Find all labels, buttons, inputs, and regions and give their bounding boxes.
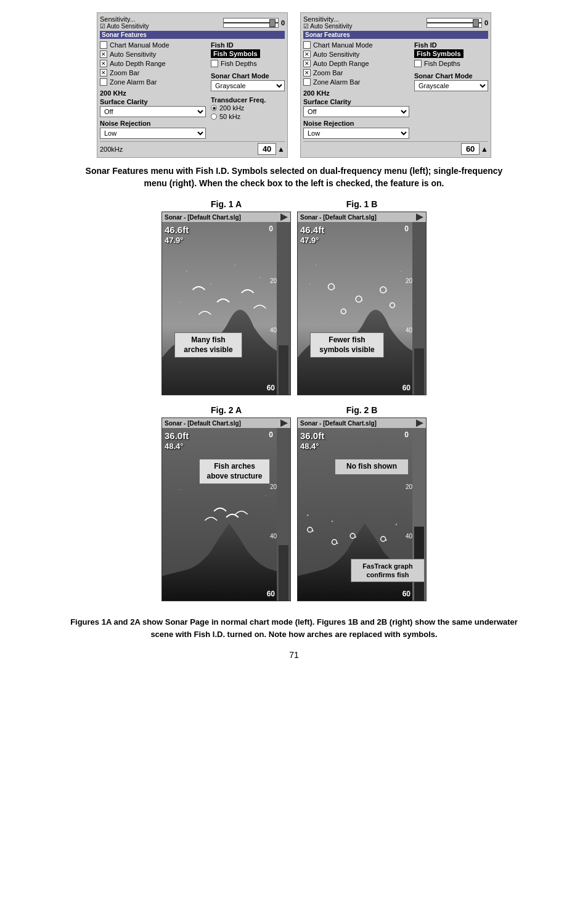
fig2a-depth-mark-40: 40: [270, 533, 277, 540]
surface-clarity-dropdown-right[interactable]: OffLowMediumHigh: [303, 106, 409, 117]
auto-sensitivity-checkbox-left[interactable]: [100, 51, 107, 58]
fig1a-fastrack: [277, 222, 290, 395]
zoom-bar-checkbox-left[interactable]: [100, 69, 107, 76]
fig1b-annotation: Fewer fishsymbols visible: [310, 332, 384, 358]
svg-point-15: [386, 290, 387, 292]
noise-rejection-dropdown-right[interactable]: LowMediumHigh: [303, 128, 409, 139]
noise-rejection-dropdown-left[interactable]: LowMediumHigh: [100, 128, 206, 139]
fish-depths-checkbox-left[interactable]: [211, 60, 218, 67]
svg-point-5: [210, 283, 211, 284]
sonar-chart-mode-dropdown-left[interactable]: GrayscaleClassic: [211, 80, 285, 91]
fig1b-header-title: Sonar - [Default Chart.slg]: [300, 214, 377, 221]
fig2b-body: * * * 36.0ft 48.4° 0 20 40 60 No fi: [298, 428, 426, 601]
fig2a-depth: 36.0ft 48.4°: [165, 430, 189, 451]
auto-sensitivity-right[interactable]: Auto Sensitivity: [303, 51, 409, 58]
surface-clarity-dropdown-left[interactable]: OffLowMediumHigh: [100, 106, 206, 117]
fig2a-fastrack: [277, 428, 290, 601]
fig1b-container: Fig. 1 B Sonar - [Default Chart.slg]: [297, 199, 427, 395]
zoom-bar-left[interactable]: Zoom Bar: [100, 69, 206, 76]
left-menu-panel: Sensitivity... ☑ Auto Sensitivity 0 Sona…: [97, 12, 288, 158]
fig2a-play-btn[interactable]: [280, 419, 288, 427]
khz-section-right: 200 KHz Surface Clarity OffLowMediumHigh…: [303, 89, 409, 139]
sensitivity-slider-right[interactable]: [427, 18, 482, 28]
fig1b-bottom-depth: 60: [402, 384, 410, 392]
fig1b-label: Fig. 1 B: [297, 199, 427, 209]
transducer-section-left: Transducer Freq. 200 kHz 50 kHz: [211, 96, 285, 120]
fig2b-header: Sonar - [Default Chart.slg]: [298, 418, 426, 428]
svg-point-31: [355, 537, 356, 538]
fig2a-zero: 0: [269, 430, 273, 439]
left-footer-value: 40: [258, 143, 276, 155]
zoom-bar-right[interactable]: Zoom Bar: [303, 69, 409, 76]
auto-sensitivity-left[interactable]: Auto Sensitivity: [100, 51, 206, 58]
svg-point-4: [186, 271, 187, 272]
right-footer-value: 60: [461, 143, 480, 155]
right-menu-content: Chart Manual Mode Auto Sensitivity Auto …: [303, 41, 488, 139]
chart-manual-checkbox-left[interactable]: [100, 41, 107, 49]
chart-manual-mode-right[interactable]: Chart Manual Mode: [303, 41, 409, 49]
fig1a-label: Fig. 1 A: [161, 199, 291, 209]
figures-row-1: Fig. 1 A Sonar - [Default Chart.slg]: [12, 199, 576, 395]
fish-symbols-left[interactable]: Fish Symbols: [211, 49, 285, 58]
fig1b-zero: 0: [404, 224, 409, 233]
right-sensitivity-label: Sensitivity... ☑ Auto Sensitivity: [303, 15, 353, 30]
fish-depths-checkbox-right[interactable]: [414, 60, 422, 67]
fig2a-panel: Sonar - [Default Chart.slg]: [161, 417, 291, 601]
khz-section-left: 200 KHz Surface Clarity OffLowMediumHigh…: [100, 89, 206, 139]
zone-alarm-right[interactable]: Zone Alarm Bar: [303, 78, 409, 86]
svg-text:*: *: [331, 519, 333, 525]
fig1b-fastrack: [412, 222, 426, 395]
fig2b-panel: Sonar - [Default Chart.slg]: [297, 417, 427, 601]
fig2b-fastrack-annotation: FasTrack graphconfirms fish: [351, 559, 425, 583]
radio-200khz-left[interactable]: 200 kHz: [211, 104, 285, 112]
fig2b-depth-mark-20: 20: [406, 483, 412, 490]
radio-50khz-left[interactable]: 50 kHz: [211, 113, 285, 120]
fig1a-depth-mark-20: 20: [270, 278, 277, 284]
zone-alarm-left[interactable]: Zone Alarm Bar: [100, 78, 206, 86]
left-menu-header: Sensitivity... ☑ Auto Sensitivity 0: [100, 15, 285, 30]
auto-depth-range-left[interactable]: Auto Depth Range: [100, 60, 206, 67]
menus-container: Sensitivity... ☑ Auto Sensitivity 0 Sona…: [12, 12, 576, 158]
sonar-chart-section-right: Sonar Chart Mode GrayscaleClassic: [414, 72, 488, 91]
auto-depth-range-right[interactable]: Auto Depth Range: [303, 60, 409, 67]
auto-depth-checkbox-right[interactable]: [303, 60, 311, 67]
fig2b-bottom-depth: 60: [402, 590, 410, 598]
fish-symbols-right[interactable]: Fish Symbols: [414, 49, 488, 58]
fig1b-play-btn[interactable]: [416, 213, 423, 221]
sensitivity-slider-left[interactable]: [223, 18, 279, 28]
fig2b-play-btn[interactable]: [416, 419, 423, 427]
fig2b-zero: 0: [404, 430, 409, 439]
chart-manual-checkbox-right[interactable]: [303, 41, 311, 49]
fish-depths-left[interactable]: Fish Depths: [211, 60, 285, 67]
fig2a-terrain: [162, 428, 290, 601]
right-sonar-features-bar: Sonar Features: [303, 31, 488, 39]
page-number: 71: [289, 650, 299, 660]
fig2b-depth-mark-40: 40: [406, 533, 412, 540]
fig2a-header-title: Sonar - [Default Chart.slg]: [165, 420, 241, 427]
auto-depth-checkbox-left[interactable]: [100, 60, 107, 67]
auto-sensitivity-checkbox-right[interactable]: [303, 51, 311, 58]
chart-manual-mode-left[interactable]: Chart Manual Mode: [100, 41, 206, 49]
fig1a-play-btn[interactable]: [280, 213, 288, 221]
svg-point-24: [265, 495, 266, 496]
zone-alarm-checkbox-left[interactable]: [100, 78, 107, 86]
zoom-bar-checkbox-right[interactable]: [303, 69, 311, 76]
fig1a-header-title: Sonar - [Default Chart.slg]: [165, 214, 241, 221]
left-menu-content: Chart Manual Mode Auto Sensitivity Auto …: [100, 41, 285, 139]
zone-alarm-checkbox-right[interactable]: [303, 78, 311, 86]
svg-point-20: [309, 283, 311, 284]
fig2a-depth-mark-20: 20: [270, 483, 277, 490]
svg-point-29: [337, 543, 338, 544]
right-menu-header: Sensitivity... ☑ Auto Sensitivity 0: [303, 15, 488, 30]
fig1b-header: Sonar - [Default Chart.slg]: [298, 212, 426, 222]
caption1: Sonar Features menu with Fish I.D. Symbo…: [78, 165, 510, 189]
fig1a-depth-mark-40: 40: [270, 327, 277, 334]
right-menu-left-col: Chart Manual Mode Auto Sensitivity Auto …: [303, 41, 409, 139]
svg-point-7: [259, 277, 260, 278]
sonar-chart-mode-dropdown-right[interactable]: GrayscaleClassic: [414, 80, 488, 91]
svg-text:*: *: [395, 522, 397, 528]
fig1a-panel: Sonar - [Default Chart.slg]: [161, 212, 291, 395]
fish-depths-right[interactable]: Fish Depths: [414, 60, 488, 67]
svg-point-6: [235, 265, 236, 266]
svg-point-33: [386, 540, 387, 541]
